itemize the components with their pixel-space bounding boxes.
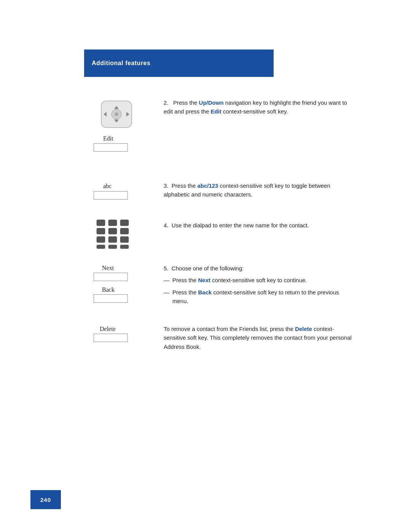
svg-rect-17 xyxy=(108,245,117,249)
svg-point-6 xyxy=(115,112,118,116)
back-softkey-button xyxy=(94,294,128,303)
step5-item2-text: Press the Back context-sensitive soft ke… xyxy=(172,288,354,306)
svg-rect-10 xyxy=(97,228,105,234)
step5-item1: — Press the Next context-sensitive soft … xyxy=(164,276,354,284)
step5-item1-before: Press the xyxy=(172,277,198,283)
step5-item1-text: Press the Next context-sensitive soft ke… xyxy=(172,276,307,284)
step2-text: 2. Press the Up/Down navigation key to h… xyxy=(164,98,354,116)
step2-edit-word: Edit xyxy=(210,108,221,115)
delete-label: Delete xyxy=(100,326,116,332)
dash-icon-2: — xyxy=(164,288,169,306)
svg-rect-11 xyxy=(108,228,117,234)
delete-text-before: To remove a contact from the Friends lis… xyxy=(164,326,295,332)
step4-body: Use the dialpad to enter the new name fo… xyxy=(172,222,309,228)
step2-number: 2. xyxy=(164,99,172,106)
step2-before-updown: Press the xyxy=(173,99,199,106)
step5-item2: — Press the Back context-sensitive soft … xyxy=(164,288,354,306)
step5-next-word: Next xyxy=(198,277,211,283)
svg-rect-9 xyxy=(120,220,129,226)
edit-label: Edit xyxy=(103,135,113,142)
svg-rect-14 xyxy=(108,236,117,243)
svg-rect-7 xyxy=(97,220,105,226)
step3-number: 3. xyxy=(164,182,169,189)
step3-abc: abc/123 xyxy=(197,182,218,189)
nav-key-svg xyxy=(97,99,135,129)
back-label: Back xyxy=(102,286,115,293)
delete-softkey-button xyxy=(94,334,128,342)
svg-rect-12 xyxy=(120,228,129,234)
step5-intro: 5. Choose one of the following: xyxy=(164,264,354,273)
navigation-key-icon xyxy=(94,97,139,131)
abc-label: abc xyxy=(103,183,112,190)
svg-rect-8 xyxy=(108,220,117,226)
dialpad-icon xyxy=(94,218,135,252)
step5-number: 5. xyxy=(164,265,169,272)
step5-item2-before: Press the xyxy=(172,289,198,296)
step5-text: 5. Choose one of the following: — Press … xyxy=(164,264,354,305)
dash-icon-1: — xyxy=(164,276,169,284)
svg-rect-15 xyxy=(120,236,129,243)
step3-text: 3. Press the abc/123 context-sensitive s… xyxy=(164,181,354,199)
abc-softkey-button xyxy=(94,191,128,200)
page-number-box: 240 xyxy=(30,490,61,509)
step5-back-word: Back xyxy=(198,289,212,296)
header-banner: Additional features xyxy=(84,50,274,77)
step4-text: 4. Use the dialpad to enter the new name… xyxy=(164,221,354,230)
step2-after-edit: context-sensitive soft key. xyxy=(221,108,288,115)
next-label: Next xyxy=(102,265,114,272)
delete-word: Delete xyxy=(295,326,312,332)
delete-section-text: To remove a contact from the Friends lis… xyxy=(164,324,354,351)
svg-rect-18 xyxy=(120,245,129,249)
edit-softkey-button xyxy=(94,143,128,152)
step4-number: 4. xyxy=(164,222,169,228)
svg-rect-16 xyxy=(97,245,105,249)
page-number: 240 xyxy=(40,497,51,503)
dialpad-svg xyxy=(94,218,132,250)
header-title: Additional features xyxy=(92,60,150,67)
step5-item1-after: context-sensitive soft key to continue. xyxy=(210,277,307,283)
step5-intro-text: Choose one of the following: xyxy=(172,265,244,272)
next-softkey-button xyxy=(94,273,128,281)
step2-updown: Up/Down xyxy=(199,99,224,106)
step3-before-abc: Press the xyxy=(172,182,198,189)
svg-rect-13 xyxy=(97,236,105,243)
